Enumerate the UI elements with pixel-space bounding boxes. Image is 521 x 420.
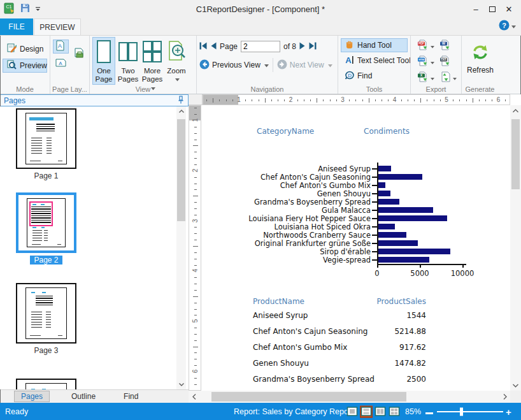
scrollbar-thumb[interactable]: [511, 119, 520, 189]
table-cell-product-sales: 5214.88: [394, 327, 426, 336]
view-multiple-pages-icon[interactable]: [388, 405, 401, 417]
status-ready: Ready: [5, 407, 28, 416]
scroll-right-icon[interactable]: [499, 391, 510, 403]
chart-bar: [378, 182, 385, 188]
app-icon[interactable]: C1: [4, 3, 15, 16]
ruler-tick: [453, 99, 453, 101]
preview-vertical-scrollbar[interactable]: [510, 105, 521, 391]
close-button[interactable]: ✕: [502, 3, 516, 15]
view-continuous-icon[interactable]: [360, 405, 373, 417]
scroll-down-icon[interactable]: [176, 380, 186, 389]
svg-text:D: D: [348, 73, 352, 78]
help-icon[interactable]: ?: [499, 20, 510, 33]
zoom-dropdown-icon[interactable]: [175, 75, 180, 83]
export-generic-dropdown-icon[interactable]: [453, 73, 457, 82]
table-row: Chef Anton's Cajun Seasoning5214.88: [253, 327, 426, 343]
one-page-icon: [96, 40, 112, 65]
help-dropdown-icon[interactable]: [511, 22, 516, 31]
scrollbar-thumb[interactable]: [211, 392, 406, 402]
page-thumbnail[interactable]: [16, 379, 76, 389]
last-page-icon[interactable]: [309, 42, 317, 52]
export-html-button[interactable]: HTM: [417, 55, 434, 68]
page-number-input[interactable]: [241, 41, 280, 52]
tab-preview[interactable]: PREVIEW: [34, 18, 81, 35]
page-thumbnail-label[interactable]: Page 1: [16, 171, 76, 180]
export-excel-dropdown-icon[interactable]: [431, 73, 434, 82]
view-facing-pages-icon[interactable]: [374, 405, 387, 417]
table-row: Aniseed Syrup1544: [253, 311, 426, 327]
prev-page-icon[interactable]: [210, 42, 217, 52]
ruler-tick: [194, 259, 197, 259]
next-view-button[interactable]: Next View: [277, 59, 332, 71]
previous-view-dropdown-icon[interactable]: [264, 61, 269, 69]
first-page-icon[interactable]: [199, 42, 207, 52]
page-setup-button[interactable]: [71, 48, 87, 62]
find-button[interactable]: D Find: [341, 69, 408, 83]
export-generic-button[interactable]: [439, 71, 457, 84]
more-pages-button[interactable]: More Pages: [141, 37, 164, 93]
design-button[interactable]: Design: [3, 42, 47, 56]
table-cell-product-sales: 2500: [406, 375, 426, 384]
scrollbar-thumb[interactable]: [177, 119, 185, 221]
report-column-header: CategoryName: [257, 127, 314, 136]
export-pdf-button[interactable]: PDF: [417, 40, 434, 52]
export-excel-button[interactable]: X: [417, 71, 434, 84]
group-label-navigation: Navigation: [197, 85, 338, 93]
next-view-dropdown-icon: [328, 61, 332, 69]
chart-category-label: Louisiana Hot Spiced Okra: [206, 222, 372, 231]
thumbnail-scrollbar[interactable]: [176, 106, 186, 389]
tab-outline[interactable]: Outline: [65, 391, 102, 402]
ruler-tick: [194, 152, 197, 152]
portrait-button[interactable]: A: [53, 40, 69, 54]
ruler-tick: [297, 99, 298, 101]
previous-view-button[interactable]: Previous View: [199, 59, 269, 71]
scroll-left-icon[interactable]: [189, 391, 199, 403]
chart-value-axis-line: [377, 163, 378, 266]
scroll-down-icon[interactable]: [510, 380, 521, 391]
page-thumbnail-label[interactable]: Page 2: [16, 256, 76, 264]
scroll-up-icon[interactable]: [176, 106, 186, 116]
refresh-button[interactable]: Refresh: [464, 37, 496, 75]
next-page-icon[interactable]: [299, 42, 306, 52]
qat-dropdown-icon[interactable]: [35, 4, 41, 13]
text-select-tool-button[interactable]: A Text Select Tool: [341, 54, 408, 68]
ruler-tick: [194, 164, 197, 165]
save-icon[interactable]: [20, 3, 30, 15]
two-pages-button[interactable]: Two Pages: [117, 37, 139, 85]
zoom-slider-thumb[interactable]: [460, 407, 463, 416]
ruler-tick: [271, 99, 272, 101]
one-page-button[interactable]: One Page: [92, 37, 115, 85]
export-txt-button[interactable]: TXT: [439, 55, 457, 68]
preview-horizontal-scrollbar[interactable]: [189, 391, 510, 403]
scroll-up-icon[interactable]: [510, 105, 521, 116]
page-thumbnail-label[interactable]: Page 3: [16, 346, 76, 355]
ruler-tick: [434, 99, 434, 101]
export-word-button[interactable]: W: [439, 40, 457, 52]
page-thumbnail[interactable]: [16, 283, 76, 344]
ruler-tick: [408, 99, 408, 101]
thumbnail-sketch: [31, 136, 43, 154]
zoom-out-button[interactable]: [425, 407, 433, 416]
tab-file[interactable]: FILE: [0, 18, 33, 35]
svg-text:A: A: [59, 60, 62, 66]
ruler-number: 6: [192, 367, 199, 376]
view-single-page-icon[interactable]: [346, 405, 359, 417]
page-thumbnail[interactable]: [16, 192, 76, 253]
tab-pages[interactable]: Pages: [14, 391, 50, 402]
export-pdf-dropdown-icon[interactable]: [431, 41, 434, 50]
chart-x-tick: [377, 265, 378, 268]
export-html-dropdown-icon[interactable]: [431, 57, 434, 66]
landscape-button[interactable]: A: [53, 56, 69, 70]
preview-button[interactable]: Preview: [3, 59, 47, 73]
ruler-tick: [459, 99, 460, 101]
zoom-button[interactable]: Zoom: [165, 37, 188, 85]
maximize-button[interactable]: [485, 3, 499, 15]
zoom-slider-track[interactable]: [437, 411, 503, 412]
zoom-in-button[interactable]: +: [506, 406, 511, 417]
page-thumbnail[interactable]: [16, 108, 76, 169]
pin-icon[interactable]: [177, 96, 185, 106]
tab-find[interactable]: Find: [117, 391, 145, 402]
hand-tool-label: Hand Tool: [357, 41, 392, 50]
minimize-button[interactable]: –: [469, 3, 483, 15]
hand-tool-button[interactable]: Hand Tool: [341, 38, 408, 52]
